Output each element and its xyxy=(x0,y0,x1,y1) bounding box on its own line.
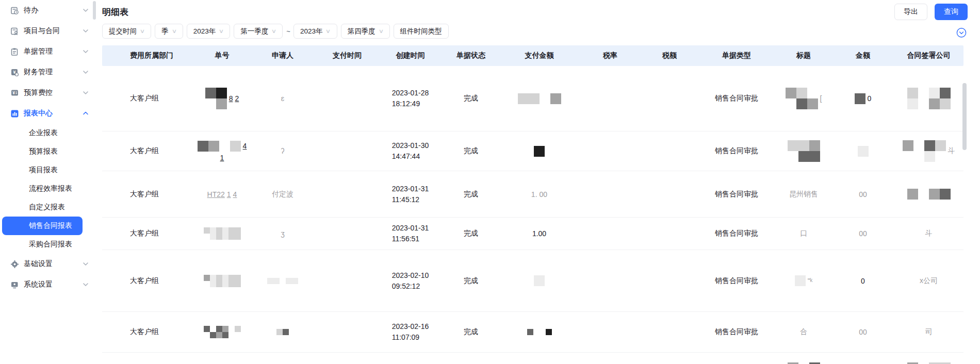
filter-start-year[interactable]: 2023年∨ xyxy=(187,24,231,39)
cell-created-time: 2023-02-1611:07:09 xyxy=(378,312,443,352)
sidebar-item-project-reports[interactable]: 项目报表 xyxy=(0,161,96,179)
redacted-block xyxy=(809,151,820,162)
cell-amount: 0 xyxy=(832,250,894,311)
sidebar-item-purchase-contract-reports[interactable]: 采购合同报表 xyxy=(0,235,96,254)
cell-tax-amount xyxy=(641,353,698,364)
redaction-mosaic xyxy=(907,88,951,109)
sidebar-item-label: 财务管理 xyxy=(24,68,83,77)
redacted-block xyxy=(222,326,228,332)
cell-dept: 大客户组 xyxy=(102,131,195,171)
cell-content: 完成 xyxy=(464,327,478,337)
cell-order-no[interactable]: 41 xyxy=(195,131,249,171)
cell-order-no[interactable] xyxy=(195,312,249,352)
filter-bar: 提交时间∨季∨2023年∨第一季度∨~2023年∨第四季度∨组件时间类型 xyxy=(102,24,968,39)
redacted-block xyxy=(940,189,951,200)
sidebar-item-budget-control[interactable]: ¥预算费控 xyxy=(0,82,96,103)
sidebar-item-budget-reports[interactable]: 预算报表 xyxy=(0,142,96,161)
cell-content: ʔ xyxy=(281,147,285,155)
redacted-text-fragment: 00 xyxy=(540,190,548,198)
cell-text: 大客户组 xyxy=(130,190,159,199)
cell-pay-amount xyxy=(499,250,579,311)
sidebar-item-projects-contracts[interactable]: 项目与合同 xyxy=(0,21,96,41)
cell-text: 大客户组 xyxy=(130,229,159,238)
sidebar-item-enterprise-reports[interactable]: 企业报表 xyxy=(0,124,96,142)
sidebar-item-finance-management[interactable]: ¥财务管理 xyxy=(0,62,96,82)
export-button[interactable]: 导出 xyxy=(894,4,927,20)
redacted-block xyxy=(924,140,935,151)
cell-doc-status: 完成 xyxy=(443,312,499,352)
page-header: 明细表 导出 查询 xyxy=(102,3,968,21)
cell-text: 销售合同审批 xyxy=(715,146,758,156)
filter-granularity[interactable]: 季∨ xyxy=(155,24,183,39)
sidebar-item-process-efficiency-reports[interactable]: 流程效率报表 xyxy=(0,179,96,198)
collapse-filters-icon[interactable] xyxy=(956,27,967,38)
cell-tax-rate xyxy=(579,250,641,311)
cell-order-no[interactable] xyxy=(195,250,249,311)
sidebar-item-report-center[interactable]: 报表中心 xyxy=(0,103,96,124)
cell-amount xyxy=(832,353,894,364)
redacted-block xyxy=(219,141,230,152)
redacted-block xyxy=(205,98,216,109)
cell-order-no[interactable] xyxy=(195,218,249,250)
cell-dept: 大客户组 xyxy=(102,250,195,311)
cell-text: 完成 xyxy=(464,327,478,337)
redacted-block xyxy=(924,151,935,162)
sidebar-item-label: 基础设置 xyxy=(24,259,83,269)
sidebar-item-sales-contract-reports[interactable]: 销售合同报表 xyxy=(2,217,83,235)
cell-text: 大客户组 xyxy=(130,94,159,103)
cell-order-no[interactable]: HT2214 xyxy=(195,171,249,217)
redacted-block xyxy=(204,281,210,287)
sidebar-item-system-settings[interactable]: 系统设置 xyxy=(0,274,96,295)
cell-content: 1.00 xyxy=(532,229,546,238)
cell-text: 销售合同审批 xyxy=(715,190,758,199)
finance-icon: ¥ xyxy=(10,68,19,77)
filter-end-year[interactable]: 2023年∨ xyxy=(293,24,337,39)
cell-content: 00 xyxy=(859,229,867,238)
redacted-block xyxy=(210,275,216,281)
cell-amount: 00 xyxy=(832,171,894,217)
sidebar-subitem-label: 预算报表 xyxy=(29,147,58,156)
filter-component-time-type[interactable]: 组件时间类型 xyxy=(394,24,449,39)
sidebar-item-basic-settings[interactable]: 基础设置 xyxy=(0,254,96,274)
cell-content: 昆州销售 xyxy=(789,190,818,199)
redacted-text-fragment: 4 xyxy=(243,142,247,150)
redacted-block xyxy=(540,329,546,335)
filter-start-quarter[interactable]: 第一季度∨ xyxy=(234,24,283,39)
redacted-text-fragment: 昆州销售 xyxy=(789,190,818,199)
cell-content xyxy=(204,227,241,240)
filter-time-field[interactable]: 提交时间∨ xyxy=(102,24,151,39)
cell-content: 2023-01-2818:12:49 xyxy=(392,88,429,109)
redacted-block xyxy=(858,146,869,157)
redacted-block xyxy=(935,140,946,151)
cell-pay-amount xyxy=(499,312,579,352)
cell-order-no[interactable]: 82 xyxy=(195,66,249,131)
redacted-block xyxy=(198,141,208,152)
redacted-block xyxy=(534,146,545,157)
column-header-doc-type: 单据类型 xyxy=(698,45,775,66)
cell-tax-amount xyxy=(641,218,698,250)
cell-tax-amount xyxy=(641,131,698,171)
sidebar-item-label: 报表中心 xyxy=(24,109,83,118)
cell-tax-rate xyxy=(579,171,641,217)
column-header-pay-amount: 支付金额 xyxy=(499,45,579,66)
sidebar-subitem-label: 自定义报表 xyxy=(29,203,65,212)
redacted-block xyxy=(807,98,818,109)
chevron-down-icon: ∨ xyxy=(219,28,224,35)
redacted-block xyxy=(788,140,798,151)
cell-order-no[interactable] xyxy=(195,353,249,364)
chevron-down-icon: ∨ xyxy=(271,28,276,35)
filter-end-quarter[interactable]: 第四季度∨ xyxy=(341,24,390,39)
table-scrollbar-thumb[interactable] xyxy=(962,83,967,150)
cell-pay-amount: 1.00 xyxy=(499,171,579,217)
redacted-block xyxy=(216,88,227,98)
cell-text: 完成 xyxy=(464,94,478,103)
sidebar-item-custom-reports[interactable]: 自定义报表 xyxy=(0,198,96,217)
cell-pay-time xyxy=(316,171,378,217)
column-header-dept: 费用所属部门 xyxy=(102,45,195,66)
cell-pay-time xyxy=(316,66,378,131)
sidebar-item-todo[interactable]: 待办 xyxy=(0,0,96,21)
cell-text: 销售合同审批 xyxy=(715,94,758,103)
query-button[interactable]: 查询 xyxy=(935,4,968,20)
redacted-block xyxy=(204,275,210,281)
sidebar-item-document-management[interactable]: 单据管理 xyxy=(0,41,96,62)
